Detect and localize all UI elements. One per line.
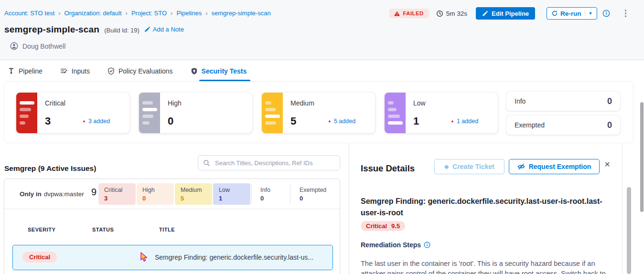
search-icon [203,159,210,167]
severity-card-high[interactable]: High 0 [139,93,252,133]
severity-summary-panel: Critical 3 ▲3 added High 0 Medium 5 ▲5 a… [4,81,633,143]
clock-icon [436,10,443,17]
info-button[interactable] [602,10,610,17]
add-note-link[interactable]: Add a Note [144,26,184,33]
severity-card-label: Exempted [515,121,545,129]
results-section: Semgrep (9 Active Issues) Only indvpwa:m… [0,143,644,274]
breadcrumb-pipelines[interactable]: Pipelines [176,10,202,17]
severity-card-count: 1 [413,115,419,127]
issues-list-card: Only indvpwa:master 9 Critical 3 High 0 … [4,179,340,274]
info-icon[interactable] [424,242,430,248]
severity-card-critical[interactable]: Critical 3 ▲3 added [16,93,129,133]
rerun-button[interactable]: Re-run ▼ [547,7,597,20]
column-header-severity: SEVERITY [28,227,55,232]
filter-pill-critical[interactable]: Critical 3 [98,183,136,205]
create-ticket-label: Create Ticket [452,163,494,170]
user-name: Doug Bothwell [22,42,65,50]
severity-card-info[interactable]: Info 0 [506,92,620,111]
tab-label: Policy Evaluations [118,67,173,75]
column-header-title: TITLE [159,227,175,232]
request-exemption-button[interactable]: Request Exemption [509,159,600,174]
severity-card-count: 5 [290,115,296,127]
medium-severity-bars-icon [262,93,283,133]
only-in-label: Only indvpwa:master [20,190,84,198]
filter-pill-high[interactable]: High 0 [137,183,174,205]
severity-card-added: ▲1 added [451,118,478,125]
severity-card-low[interactable]: Low 1 ▲1 added [385,93,498,133]
policy-evaluations-icon [107,67,115,75]
chevron-right-icon: › [167,10,176,17]
tab-pipeline[interactable]: Pipeline [8,61,43,81]
user-icon [10,42,18,50]
severity-card-label: Medium [290,99,314,107]
edit-pipeline-label: Edit Pipeline [492,10,529,17]
status-badge-label: FAILED [403,11,423,16]
branch-name: dvpwa:master [44,190,84,198]
filter-pill-info[interactable]: Info 0 [255,183,292,205]
pencil-icon [482,11,488,17]
severity-badge: Critical [22,252,57,263]
finding-severity-badge: Critical 9.5 [361,221,405,231]
severity-card-exempted[interactable]: Exempted 0 [506,116,620,135]
severity-card-label: High [168,99,182,107]
severity-card-label: Critical [45,99,65,107]
triangle-up-icon: ▲ [82,119,86,123]
severity-card-medium[interactable]: Medium 5 ▲5 added [262,93,375,133]
execution-title-row: semgrep-simple-scan (Build Id: 19) Add a… [4,24,184,35]
tab-label: Inputs [72,67,90,75]
filter-pill-exempted[interactable]: Exempted 0 [294,183,331,205]
more-options-kebab-menu[interactable] [623,8,628,19]
search-input[interactable] [214,159,335,167]
issue-row-selected[interactable]: Critical Semgrep Finding: generic.docker… [12,245,333,270]
header-actions: FAILED 5m 32s Edit Pipeline Re-run ▼ [389,7,628,20]
breadcrumb-account[interactable]: Account: STO test [4,10,54,17]
request-exemption-label: Request Exemption [529,163,591,170]
severity-card-added: ▲5 added [328,118,355,125]
chevron-right-icon: › [54,10,64,17]
filter-pill-low[interactable]: Low 1 [213,183,250,205]
severity-card-count: 3 [45,115,51,127]
tab-security-tests[interactable]: Security Tests [191,61,247,81]
filter-pill-medium[interactable]: Medium 5 [175,183,212,205]
refresh-icon [551,10,558,17]
diamond-icon: ◆ [444,163,449,170]
tab-label: Security Tests [202,67,247,75]
issue-details-panel: Issue Details ◆ Create Ticket Request Ex… [349,143,623,274]
duration-value: 5m 32s [446,10,467,17]
chevron-right-icon: › [122,10,131,17]
issues-total-count: 9 [91,187,97,198]
finding-severity-score: 9.5 [391,222,400,230]
breadcrumb-organization[interactable]: Organization: default [64,10,122,17]
chevron-down-icon[interactable]: ▼ [585,10,594,17]
breadcrumb-pipeline-name[interactable]: semgrep-simple-scan [212,10,271,17]
security-tests-icon [191,67,198,75]
info-icon [602,10,610,17]
chevron-right-icon: › [202,10,211,17]
remediation-steps-heading: Remediation Steps [361,241,430,249]
execution-tabs: Pipeline Inputs Policy Evaluations Secur… [0,61,644,81]
remediation-text: The last user in the container is 'root'… [361,259,616,274]
details-panel-scrollbar-thumb[interactable] [627,187,631,274]
create-ticket-button[interactable]: ◆ Create Ticket [434,159,504,174]
critical-severity-bars-icon [16,93,37,133]
triggered-by-user: Doug Bothwell [10,42,65,50]
page-header: Account: STO test › Organization: defaul… [0,0,644,60]
scanner-issues-title: Semgrep (9 Active Issues) [4,164,96,173]
finding-severity-label: Critical [366,222,387,230]
tab-inputs[interactable]: Inputs [60,61,90,81]
low-severity-bars-icon [385,93,406,133]
breadcrumb-project[interactable]: Project: STO [131,10,167,17]
status-badge-failed: FAILED [389,9,428,18]
pipeline-duration: 5m 32s [436,10,467,17]
page-scrollbar-thumb[interactable] [640,102,644,212]
close-icon[interactable]: × [604,159,610,169]
severity-card-count: 0 [607,96,612,106]
severity-card-added: ▲3 added [82,118,110,125]
tab-policy-evaluations[interactable]: Policy Evaluations [107,61,173,81]
issues-search-box [198,155,340,170]
tab-label: Pipeline [19,67,43,75]
breadcrumb: Account: STO test › Organization: defaul… [4,10,271,17]
warning-triangle-icon [394,11,400,16]
edit-pipeline-button[interactable]: Edit Pipeline [476,7,535,20]
severity-card-label: Low [413,99,426,107]
